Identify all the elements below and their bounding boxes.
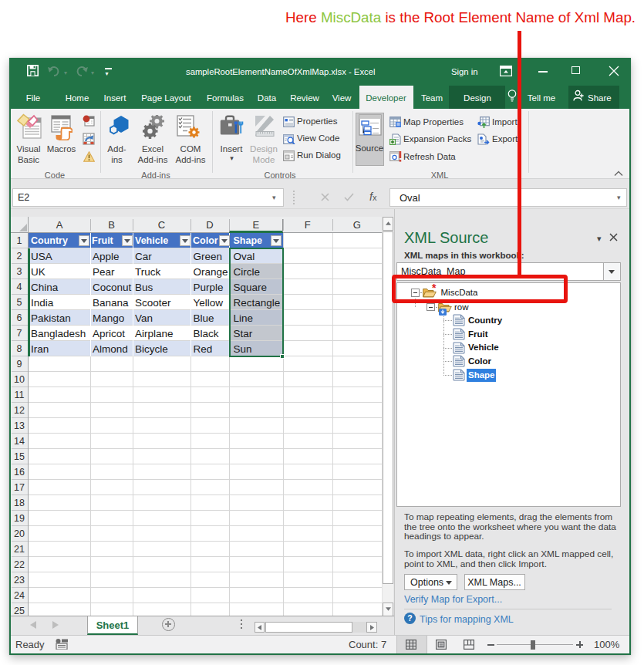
svg-text:?: ?	[407, 613, 412, 623]
